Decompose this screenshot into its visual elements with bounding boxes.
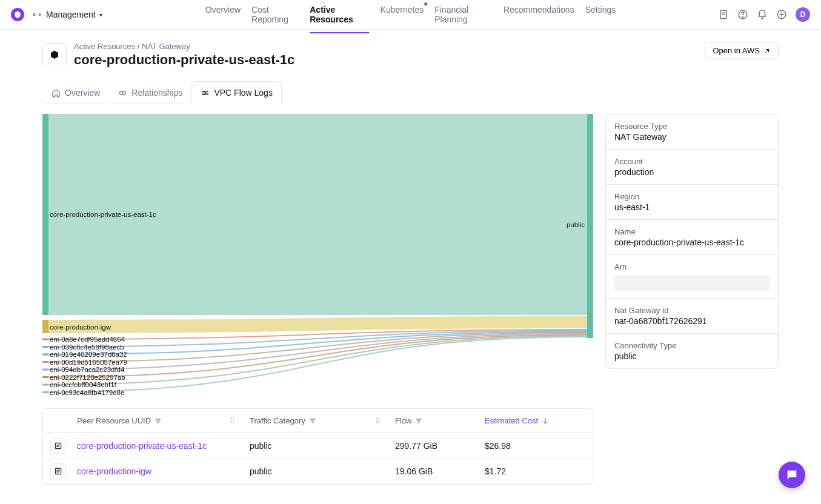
sankey-eni-label: eni-0a8e7cdf95add4664 (50, 336, 125, 343)
cell-cost: $1.72 (477, 466, 593, 476)
info-arn: Arn (606, 255, 778, 299)
info-name: Name core-production-private-us-east-1c (606, 220, 778, 255)
svg-rect-20 (42, 391, 48, 393)
sankey-eni-label: eni-0ccfcbff0043ebf1f (50, 381, 116, 388)
sankey-eni-label: eni-00d19d5165057ea79 (50, 359, 127, 366)
cell-category: public (242, 441, 388, 451)
chat-button[interactable] (779, 462, 805, 488)
cell-flow: 299.77 GiB (388, 441, 477, 451)
sankey-igw-label: core-production-igw (50, 323, 111, 331)
svg-point-4 (743, 16, 743, 17)
resource-icon (42, 43, 67, 67)
svg-rect-22 (55, 468, 61, 474)
nav-kubernetes[interactable]: Kubernetes (381, 0, 424, 33)
filter-icon (155, 417, 162, 425)
info-region: Region us-east-1 (606, 185, 778, 220)
top-nav: Overview Cost Reporting Active Resources… (205, 0, 616, 33)
page-header: Active Resources / NAT Gateway core-prod… (42, 42, 779, 68)
tab-vpc-flow-logs[interactable]: VPC Flow Logs (191, 81, 281, 104)
svg-rect-12 (42, 320, 48, 333)
svg-rect-18 (42, 376, 48, 378)
sankey-source-label: core-production-private-us-east-1c (50, 211, 156, 218)
workspace-label: Management (46, 10, 96, 19)
nav-cost-reporting[interactable]: Cost Reporting (251, 0, 299, 33)
sort-desc-icon (542, 417, 549, 425)
drag-icon[interactable]: ⠿ (230, 417, 235, 425)
chat-icon (785, 468, 799, 482)
tab-overview[interactable]: Overview (42, 81, 109, 104)
svg-point-9 (123, 91, 126, 94)
page-title: core-production-private-us-east-1c (74, 52, 294, 68)
sankey-eni-label: eni-0222f7120e25297ab (50, 374, 125, 381)
col-category[interactable]: Traffic Category ⠿ (242, 416, 388, 425)
flow-logs-icon (201, 88, 210, 98)
svg-rect-16 (42, 361, 48, 363)
info-account: Account production (606, 150, 778, 185)
add-icon[interactable] (776, 9, 787, 20)
sankey-eni-label: eni-0c93c4a8fb4179e8e (50, 389, 124, 396)
external-link-icon (763, 47, 771, 55)
cell-flow: 19.06 GiB (388, 466, 477, 476)
content: Active Resources / NAT Gateway core-prod… (0, 30, 821, 504)
table-row: core-production-igw public 19.06 GiB $1.… (43, 459, 593, 484)
breadcrumb-parent[interactable]: Active Resources (74, 42, 135, 51)
svg-point-8 (120, 91, 123, 94)
svg-rect-21 (55, 443, 61, 448)
topbar-right: D (718, 7, 810, 22)
filter-icon (415, 417, 422, 425)
col-cost[interactable]: Estimated Cost (477, 416, 593, 425)
svg-rect-17 (42, 369, 48, 371)
sankey-chart: core-production-private-us-east-1c publi… (42, 114, 593, 400)
topbar: ⚬⚬ Management ▾ Overview Cost Reporting … (0, 0, 821, 30)
chevron-down-icon: ▾ (99, 12, 102, 18)
arn-redacted (614, 275, 769, 291)
resource-row-icon[interactable] (50, 438, 66, 454)
svg-rect-11 (587, 114, 593, 338)
col-peer[interactable]: Peer Resource UUID ⠿ (70, 416, 242, 425)
info-nat-id: Nat Gateway Id nat-0a6870bf172626291 (606, 299, 778, 334)
nav-active-resources[interactable]: Active Resources (310, 0, 369, 33)
tabs: Overview Relationships VPC Flow Logs (42, 81, 779, 104)
avatar[interactable]: D (796, 7, 810, 22)
info-panel: Resource Type NAT Gateway Account produc… (605, 114, 779, 369)
help-icon[interactable] (737, 9, 748, 20)
notification-dot-icon (424, 2, 427, 5)
sankey-eni-label: eni-039c8c4e58f98aecb (50, 343, 124, 351)
resource-row-icon[interactable] (50, 463, 66, 479)
flow-table: Peer Resource UUID ⠿ Traffic Category ⠿ … (42, 408, 593, 485)
table-row: core-production-private-us-east-1c publi… (43, 433, 593, 459)
drag-icon[interactable]: ⠿ (375, 417, 381, 425)
breadcrumb-current[interactable]: NAT Gateway (142, 42, 190, 51)
col-flow[interactable]: Flow (388, 416, 477, 425)
nav-recommendations[interactable]: Recommendations (504, 0, 574, 33)
sankey-eni-label: eni-019e40209e37d8a32 (50, 351, 127, 358)
info-resource-type: Resource Type NAT Gateway (606, 114, 778, 150)
nav-overview[interactable]: Overview (205, 0, 241, 33)
sankey-target-label: public (567, 221, 585, 228)
relationships-icon (118, 88, 127, 98)
svg-rect-14 (42, 346, 48, 348)
info-connectivity: Connectivity Type public (606, 334, 778, 368)
cell-peer[interactable]: core-production-private-us-east-1c (70, 441, 242, 451)
cell-category: public (242, 466, 388, 476)
cell-cost: $26.98 (477, 441, 593, 451)
open-in-aws-button[interactable]: Open in AWS (705, 42, 779, 59)
nav-financial-planning[interactable]: Financial Planning (434, 0, 493, 33)
svg-rect-15 (42, 354, 48, 356)
svg-rect-19 (42, 384, 48, 386)
docs-icon[interactable] (718, 9, 729, 20)
workspace-selector[interactable]: ⚬⚬ Management ▾ (32, 10, 102, 19)
svg-rect-13 (42, 339, 48, 340)
table-header: Peer Resource UUID ⠿ Traffic Category ⠿ … (43, 409, 593, 433)
bell-icon[interactable] (757, 9, 768, 20)
home-icon (52, 88, 61, 98)
svg-rect-10 (42, 114, 48, 315)
cell-peer[interactable]: core-production-igw (70, 466, 242, 476)
logo-icon[interactable] (11, 8, 24, 21)
breadcrumb: Active Resources / NAT Gateway (74, 42, 294, 51)
sankey-eni-label: eni-094db7aca2c23dfd4 (50, 366, 124, 373)
tab-relationships[interactable]: Relationships (109, 81, 191, 104)
hierarchy-icon: ⚬⚬ (32, 11, 42, 19)
nav-settings[interactable]: Settings (585, 0, 616, 33)
filter-icon (309, 417, 316, 425)
